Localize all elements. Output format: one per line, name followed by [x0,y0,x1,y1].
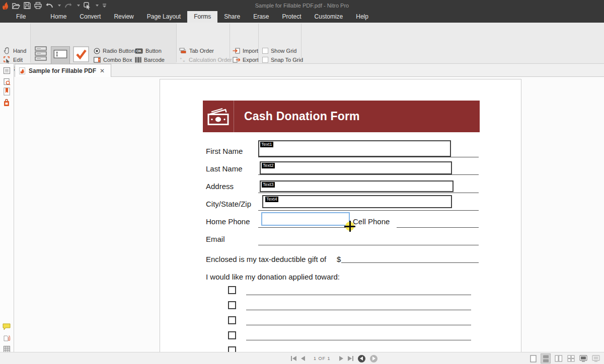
full-screen-view-icon[interactable] [578,353,588,363]
tab-protect[interactable]: Protect [276,11,308,23]
tab-file[interactable]: File [7,11,35,23]
gift-text: Enclosed is my tax-deductible gift of [206,255,326,263]
export-form-data-button[interactable]: Export [233,56,259,63]
tab-review[interactable]: Review [107,11,140,23]
button-tool[interactable]: OK Button [135,47,162,54]
tab-home[interactable]: Home [44,11,73,23]
bookmark-icon[interactable] [2,87,11,96]
ok-button-icon: OK [135,48,143,54]
tab-customize[interactable]: Customize [308,11,350,23]
tab-page-layout[interactable]: Page Layout [140,11,187,23]
nitro-file-icon [19,67,25,74]
tab-convert[interactable]: Convert [73,11,107,23]
ribbon-separator [176,24,177,62]
label-city-state-zip: City/State/Zip [206,200,251,208]
pages-icon[interactable] [2,66,11,75]
page-search-icon[interactable] [2,77,11,86]
form-line [258,210,479,211]
donation-checkbox-4[interactable] [228,331,236,339]
document-tab-bar: Sample for Fillable PDF ✕ [15,64,604,77]
barcode-tool[interactable]: Barcode [135,56,165,63]
edit-icon [4,56,11,63]
import-label: Import [243,48,258,54]
single-page-view-icon[interactable] [528,353,538,363]
form-line [258,245,479,245]
full-screen-alt-view-icon[interactable] [591,353,601,363]
ribbon-forms: Hand Edit Zoom Select Fields Text Field … [0,23,604,64]
edit-tool-button[interactable]: Edit [4,56,23,63]
status-bar: 1 OF 1 [0,352,604,364]
radio-button-tool[interactable]: Radio Button [94,47,135,54]
close-tab-icon[interactable]: ✕ [100,68,105,74]
continuous-view-icon[interactable] [541,353,551,363]
donation-checkbox-5[interactable] [228,346,236,352]
hand-icon [4,47,11,54]
text-field-icon [53,47,68,62]
donation-checkbox-1[interactable] [228,286,236,294]
form-line [246,325,471,325]
text-field-being-drawn[interactable] [261,212,350,226]
next-page-button[interactable] [339,356,343,361]
form-header-banner: Cash Donation Form [203,101,480,132]
currency-symbol: $ [337,255,341,263]
svg-text:OK: OK [136,49,142,53]
tab-order-label: Tab Order [189,48,214,54]
show-grid-label: Show Grid [271,48,296,54]
show-grid-checkbox[interactable]: Show Grid [262,47,296,54]
label-email: Email [206,235,225,243]
checkbox-tool-icon [73,46,89,62]
combo-box-tool[interactable]: Combo Box [94,56,132,63]
view-history-forward-button[interactable] [370,355,378,362]
field-name-chip: Text1 [260,142,273,147]
hand-tool-label: Hand [13,48,26,54]
tab-help[interactable]: Help [349,11,375,23]
calculation-order-icon: +× [179,57,186,63]
document-tab[interactable]: Sample for Fillable PDF ✕ [15,64,111,77]
ribbon-separator [230,24,230,62]
comment-icon[interactable] [2,322,11,331]
radio-button-icon [94,48,100,54]
document-canvas[interactable]: Cash Donation Form First Name Last Name … [15,77,604,352]
title-bar: Sample for Fillable PDF.pdf - Nitro Pro [0,0,604,11]
label-last-name: Last Name [206,164,243,173]
tab-forms[interactable]: Forms [187,11,217,23]
snap-to-grid-checkbox[interactable]: Snap To Grid [262,56,303,63]
form-line [246,340,471,340]
text-field-text2[interactable]: Text2 [260,161,452,174]
show-grid-checkbox-box[interactable] [262,48,268,54]
export-icon [233,57,240,63]
donation-checkbox-3[interactable] [228,316,236,324]
tag-icon[interactable] [2,98,11,107]
sidebar-panel-strip [0,64,14,352]
first-page-button[interactable] [291,356,296,361]
tab-order-button[interactable]: Tab Order [179,47,214,54]
tab-erase[interactable]: Erase [247,11,275,23]
import-form-data-button[interactable]: Import [233,47,258,54]
previous-page-button[interactable] [301,356,305,361]
cash-icon [207,107,230,126]
donation-checkbox-2[interactable] [228,301,236,309]
field-name-chip: Text3 [262,182,275,188]
ribbon-tab-bar: File Home Convert Review Page Layout For… [0,11,604,23]
text-field-text3[interactable]: Text3 [260,180,454,192]
multi-page-view-icon[interactable] [566,353,576,363]
window-title: Sample for Fillable PDF.pdf - Nitro Pro [0,0,604,11]
pdf-page[interactable]: Cash Donation Form First Name Last Name … [160,79,521,352]
snap-to-grid-checkbox-box[interactable] [262,57,268,63]
attachment-icon[interactable] [2,333,11,342]
hand-tool-button[interactable]: Hand [4,47,26,54]
form-line [246,310,471,310]
tab-share[interactable]: Share [217,11,247,23]
tab-order-icon [179,48,187,54]
label-home-phone: Home Phone [206,217,250,226]
calculation-order-label: Calculation Order [189,57,232,63]
facing-pages-view-icon[interactable] [553,353,563,363]
document-tab-title: Sample for Fillable PDF [29,67,96,74]
view-history-back-button[interactable] [358,355,365,362]
donation-text: I would like my donation applied toward: [206,272,340,281]
text-field-text1[interactable]: Text1 [258,140,451,157]
last-page-button[interactable] [348,356,353,361]
label-first-name: First Name [206,147,243,155]
import-icon [233,48,240,54]
text-field-text4[interactable]: Text4 [262,195,452,208]
